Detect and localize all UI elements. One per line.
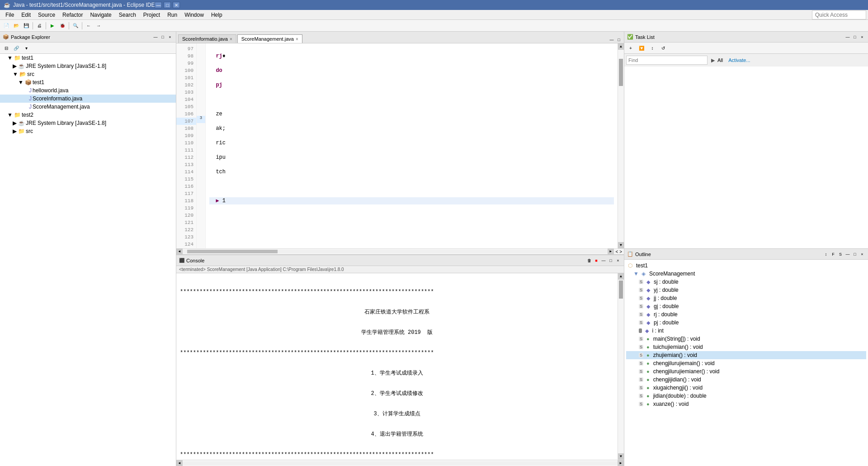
menu-run[interactable]: Run	[164, 11, 181, 19]
outline-item-rj[interactable]: S ◆ rj : double	[626, 310, 866, 319]
task-refresh-btn[interactable]: ↺	[659, 43, 668, 52]
pkg-menu-btn[interactable]: ▾	[22, 43, 31, 52]
editor-h-scrollbar[interactable]: ◄ ► < >	[176, 248, 624, 255]
task-maximize-btn[interactable]: □	[852, 34, 858, 40]
h-scroll-track[interactable]	[183, 250, 608, 253]
task-close-btn[interactable]: ×	[859, 34, 865, 40]
toolbar-search-btn[interactable]: 🔍	[71, 21, 80, 30]
console-clear-btn[interactable]: 🗑	[586, 257, 592, 264]
close-button[interactable]: ✕	[173, 2, 180, 8]
outline-item-xiugaichengji[interactable]: S ● xiugaichengji() : void	[626, 384, 866, 392]
scroll-left-btn[interactable]: ◄	[176, 248, 183, 255]
outline-item-sj[interactable]: S ◆ sj : double	[626, 278, 866, 286]
menu-file[interactable]: File	[2, 11, 18, 19]
console-minimize-btn[interactable]: —	[600, 257, 607, 264]
tree-item-test1[interactable]: ▼ 📁 test1	[0, 54, 176, 62]
outline-item-chengjilurujiemain[interactable]: S ● chengjilurujiemain() : void	[626, 359, 866, 367]
editor-maximize-btn[interactable]: □	[616, 37, 622, 43]
scroll-thumb[interactable]	[619, 59, 623, 86]
task-sort-btn[interactable]: ↕	[648, 43, 657, 52]
outline-item-jidian[interactable]: S ● jidian(double) : double	[626, 392, 866, 400]
outline-item-pj[interactable]: S ◆ pj : double	[626, 319, 866, 327]
outline-item-class[interactable]: ▼ ◈ ScoreManagement	[626, 270, 866, 278]
tab-close-btn[interactable]: ×	[230, 37, 232, 42]
toolbar-print-btn[interactable]: 🖨	[35, 21, 44, 30]
outline-item-yj[interactable]: S ◆ yj : double	[626, 286, 866, 294]
scroll-track[interactable]	[618, 50, 624, 242]
outline-item-gj[interactable]: S ◆ gj : double	[626, 302, 866, 310]
tab-score-mgmt[interactable]: ScoreManagement.java ×	[237, 34, 302, 43]
menu-edit[interactable]: Edit	[18, 11, 34, 19]
task-add-btn[interactable]: +	[626, 43, 635, 52]
outline-item-chengjijidian[interactable]: S ● chengjijidian() : void	[626, 376, 866, 384]
pkg-explorer-close-btn[interactable]: ×	[167, 34, 173, 40]
task-minimize-btn[interactable]: —	[844, 34, 851, 40]
h-scroll-thumb[interactable]	[187, 250, 278, 253]
menu-source[interactable]: Source	[34, 11, 59, 19]
console-close-btn[interactable]: ×	[615, 257, 621, 264]
console-hr-btn[interactable]: ►	[618, 460, 624, 466]
outline-item-i[interactable]: ◆ i : int	[626, 327, 866, 335]
toolbar-fwd-btn[interactable]: →	[94, 21, 103, 30]
console-hl-btn[interactable]: ◄	[176, 460, 183, 466]
outline-item-main[interactable]: S ● main(String[]) : void	[626, 335, 866, 343]
tree-item-pkg-test1[interactable]: ▼ 📦 test1	[0, 78, 176, 86]
tree-item-jre2[interactable]: ▶ ☕ JRE System Library [JavaSE-1.8]	[0, 119, 176, 127]
outline-hide-fields-btn[interactable]: F	[830, 251, 836, 257]
menu-help[interactable]: Help	[208, 11, 226, 19]
editor-minimize-btn[interactable]: —	[609, 37, 615, 43]
editor-scrollbar[interactable]: ▲ ▼	[618, 43, 624, 248]
outline-item-tuichujiemian[interactable]: S ● tuichujiemian() : void	[626, 343, 866, 351]
task-activate-btn[interactable]: Activate...	[728, 57, 750, 63]
console-scroll-down[interactable]: ▼	[618, 453, 624, 460]
scroll-right-btn[interactable]: ►	[608, 248, 614, 255]
tab-score-info[interactable]: ScoreInformatio.java ×	[178, 34, 236, 43]
menu-navigate[interactable]: Navigate	[86, 11, 115, 19]
toolbar-debug-btn[interactable]: 🐞	[58, 21, 67, 30]
menu-project[interactable]: Project	[140, 11, 164, 19]
scroll-down-btn[interactable]: ▼	[618, 242, 624, 248]
tree-item-helloworld[interactable]: ▶ J helloworld.java	[0, 86, 176, 95]
toolbar-run-btn[interactable]: ▶	[48, 21, 57, 30]
toolbar-save-btn[interactable]: 💾	[22, 21, 31, 30]
toolbar-back-btn[interactable]: ←	[84, 21, 93, 30]
menu-search[interactable]: Search	[115, 11, 140, 19]
outline-minimize-btn[interactable]: —	[844, 251, 851, 257]
task-find-input[interactable]	[626, 56, 708, 65]
outline-item-xuanze[interactable]: S ● xuanze() : void	[626, 400, 866, 408]
console-maximize-btn[interactable]: □	[608, 257, 614, 264]
tab-close-btn-active[interactable]: ×	[296, 37, 298, 42]
console-stop-btn[interactable]: ■	[593, 257, 599, 264]
menu-refactor[interactable]: Refactor	[59, 11, 86, 19]
pkg-explorer-minimize-btn[interactable]: —	[152, 34, 159, 40]
pkg-explorer-maximize-btn[interactable]: □	[160, 34, 166, 40]
minimize-button[interactable]: —	[155, 2, 162, 8]
menu-window[interactable]: Window	[181, 11, 208, 19]
outline-item-jj[interactable]: S ◆ jj : double	[626, 294, 866, 302]
console-scrollbar[interactable]: ▲ ▼	[618, 273, 624, 460]
toolbar-open-btn[interactable]: 📂	[12, 21, 21, 30]
outline-maximize-btn[interactable]: □	[852, 251, 858, 257]
outline-item-test1[interactable]: ⬡ test1	[626, 262, 866, 270]
tree-item-score-mgmt[interactable]: ▶ J ScoreManagement.java	[0, 103, 176, 111]
tree-item-jre1[interactable]: ▶ ☕ JRE System Library [JavaSE-1.8]	[0, 62, 176, 70]
task-all-btn[interactable]: All	[717, 57, 723, 63]
outline-close-btn[interactable]: ×	[859, 251, 865, 257]
console-scroll-track[interactable]	[618, 280, 624, 453]
outline-hide-static-btn[interactable]: S	[837, 251, 844, 257]
code-text[interactable]: rj♦ do pj ze ak; ric ipu tch ▶ 1 ▶ 3 ▶ 4…	[206, 43, 618, 248]
outline-item-zhujiemian[interactable]: S ● zhujiemian() : void	[626, 351, 866, 359]
toolbar-new-btn[interactable]: 📄	[2, 21, 11, 30]
outline-item-chengjilurujiemianer[interactable]: S ● chengjilurujiemianer() : void	[626, 367, 866, 376]
console-h-track[interactable]	[183, 461, 618, 465]
console-scroll-thumb[interactable]	[619, 281, 623, 299]
maximize-button[interactable]: □	[164, 2, 171, 8]
tree-item-score-info[interactable]: ▶ J ScoreInformatio.java	[0, 95, 176, 103]
console-h-scrollbar[interactable]: ◄ ►	[176, 460, 624, 466]
task-filter-btn[interactable]: 🔽	[637, 43, 646, 52]
scroll-up-btn[interactable]: ▲	[618, 43, 624, 50]
tree-item-src2[interactable]: ▶ 📁 src	[0, 127, 176, 135]
pkg-link-btn[interactable]: 🔗	[12, 43, 21, 52]
quick-access-input[interactable]	[812, 10, 866, 19]
console-scroll-up[interactable]: ▲	[618, 273, 624, 280]
